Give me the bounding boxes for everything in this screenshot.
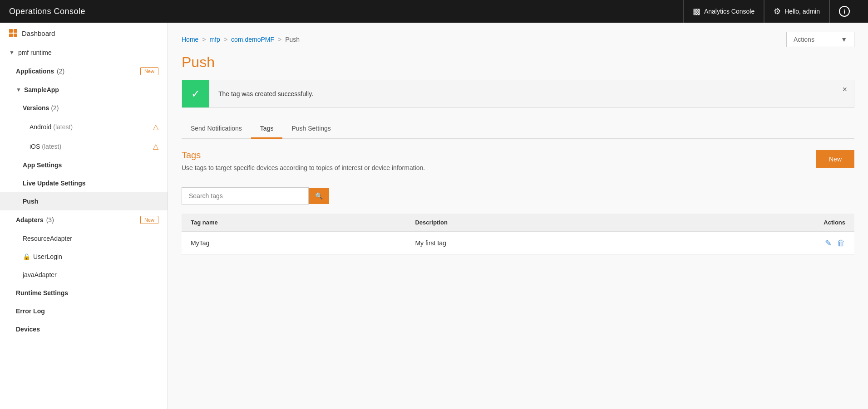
sidebar-item-resource-adapter[interactable]: ResourceAdapter: [0, 229, 168, 248]
tab-tags[interactable]: Tags: [251, 119, 283, 139]
tab-send-notifications[interactable]: Send Notifications: [182, 119, 251, 139]
warning-icon: △: [153, 142, 158, 151]
resource-adapter-label: ResourceAdapter: [23, 235, 72, 242]
sidebar-item-android[interactable]: Android (latest) △: [0, 117, 168, 136]
sidebar-item-ios[interactable]: iOS (latest) △: [0, 136, 168, 156]
chevron-down-icon: ▼: [9, 49, 15, 56]
success-icon-box: ✓: [182, 80, 209, 107]
sidebar-item-applications[interactable]: Applications (2) New: [0, 62, 168, 81]
applications-label: Applications: [16, 68, 54, 75]
dashboard-icon: [9, 29, 17, 37]
adapters-label: Adapters: [16, 216, 44, 224]
warning-icon: △: [153, 122, 158, 131]
breadcrumb-mfp[interactable]: mfp: [210, 36, 220, 43]
section-title: Tags: [182, 150, 425, 161]
lock-icon: 🔒: [23, 253, 30, 260]
error-log-label: Error Log: [16, 307, 45, 315]
header-right: ▩ Analytics Console ⚙ Hello, admin i: [683, 0, 859, 23]
user-label: Hello, admin: [784, 8, 820, 15]
sidebar-item-error-log[interactable]: Error Log: [0, 302, 168, 320]
sidebar-item-live-update[interactable]: Live Update Settings: [0, 174, 168, 192]
info-button[interactable]: i: [829, 0, 859, 23]
pmf-runtime-label: pmf runtime: [18, 49, 52, 56]
edit-tag-button[interactable]: ✎: [825, 238, 832, 248]
sidebar-item-app-settings[interactable]: App Settings: [0, 156, 168, 174]
sidebar-item-sampleapp[interactable]: ▼ SampleApp: [0, 81, 168, 99]
runtime-settings-label: Runtime Settings: [16, 289, 68, 297]
analytics-console-button[interactable]: ▩ Analytics Console: [683, 0, 764, 23]
analytics-icon: ▩: [693, 6, 700, 16]
chevron-down-icon: ▼: [16, 87, 21, 93]
sidebar-item-dashboard[interactable]: Dashboard: [0, 23, 168, 44]
breadcrumb-com-demo-pmf[interactable]: com.demoPMF: [231, 36, 274, 43]
sidebar-item-push[interactable]: Push: [0, 192, 168, 210]
applications-new-badge: New: [140, 67, 158, 75]
android-label: Android: [30, 123, 51, 131]
applications-count: (2): [57, 68, 64, 75]
ios-label: iOS: [30, 143, 40, 150]
search-bar: 🔍: [182, 187, 854, 204]
sidebar-item-java-adapter[interactable]: javaAdapter: [0, 266, 168, 284]
delete-tag-button[interactable]: 🗑: [837, 239, 845, 248]
sidebar-item-pmf-runtime[interactable]: ▼ pmf runtime: [0, 44, 168, 62]
sidebar-item-versions[interactable]: Versions (2): [0, 99, 168, 117]
live-update-label: Live Update Settings: [23, 180, 85, 187]
info-icon: i: [839, 6, 850, 17]
top-header: Operations Console ▩ Analytics Console ⚙…: [0, 0, 868, 23]
page-title: Push: [182, 54, 854, 71]
actions-label: Actions: [794, 36, 814, 43]
close-banner-button[interactable]: ×: [842, 85, 847, 94]
sidebar-item-devices[interactable]: Devices: [0, 320, 168, 338]
app-settings-label: App Settings: [23, 161, 62, 169]
table-row: MyTag My first tag ✎ 🗑: [182, 232, 854, 255]
gear-icon: ⚙: [774, 6, 781, 16]
search-input[interactable]: [182, 187, 309, 204]
tag-description-cell: My first tag: [406, 232, 657, 255]
breadcrumb: Home > mfp > com.demoPMF > Push Actions …: [182, 32, 854, 47]
section-description: Use tags to target specific devices acco…: [182, 164, 425, 171]
col-actions: Actions: [657, 214, 854, 232]
success-message: The tag was created successfully.: [209, 90, 854, 97]
sidebar-item-user-login[interactable]: 🔒 UserLogin: [0, 248, 168, 266]
breadcrumb-path: Home > mfp > com.demoPMF > Push: [182, 36, 300, 43]
adapters-new-badge: New: [140, 216, 158, 224]
new-tag-button[interactable]: New: [816, 150, 854, 168]
sidebar-item-runtime-settings[interactable]: Runtime Settings: [0, 284, 168, 302]
app-title: Operations Console: [9, 7, 85, 16]
user-login-label: UserLogin: [33, 253, 62, 260]
col-tag-name: Tag name: [182, 214, 406, 232]
content-area: Home > mfp > com.demoPMF > Push Actions …: [168, 23, 868, 409]
android-version: (latest): [53, 123, 73, 131]
tag-actions-cell: ✎ 🗑: [657, 232, 854, 255]
sidebar: Dashboard ▼ pmf runtime Applications (2)…: [0, 23, 168, 409]
user-menu-button[interactable]: ⚙ Hello, admin: [764, 0, 829, 23]
tab-push-settings[interactable]: Push Settings: [282, 119, 340, 139]
sampleapp-label: SampleApp: [24, 86, 59, 93]
adapters-count: (3): [46, 216, 54, 224]
analytics-label: Analytics Console: [704, 8, 755, 15]
tabs-container: Send Notifications Tags Push Settings: [182, 119, 854, 139]
tags-table: Tag name Description Actions MyTag My fi…: [182, 214, 854, 255]
breadcrumb-push: Push: [285, 36, 300, 43]
ios-version: (latest): [42, 143, 61, 150]
actions-dropdown[interactable]: Actions ▼: [786, 32, 854, 47]
tag-name-cell: MyTag: [182, 232, 406, 255]
check-icon: ✓: [191, 88, 200, 100]
search-icon: 🔍: [315, 192, 323, 200]
versions-count: (2): [51, 104, 59, 112]
table-header-row: Tag name Description Actions: [182, 214, 854, 232]
push-label: Push: [23, 198, 38, 205]
tags-info: Tags Use tags to target specific devices…: [182, 150, 425, 180]
versions-label: Versions: [23, 104, 49, 112]
sidebar-item-adapters[interactable]: Adapters (3) New: [0, 210, 168, 229]
search-button[interactable]: 🔍: [309, 188, 329, 204]
tags-header: Tags Use tags to target specific devices…: [182, 150, 854, 180]
breadcrumb-home[interactable]: Home: [182, 36, 198, 43]
java-adapter-label: javaAdapter: [23, 271, 57, 278]
success-banner: ✓ The tag was created successfully. ×: [182, 80, 854, 108]
col-description: Description: [406, 214, 657, 232]
dashboard-label: Dashboard: [22, 29, 55, 37]
devices-label: Devices: [16, 326, 40, 333]
chevron-down-icon: ▼: [841, 36, 847, 43]
